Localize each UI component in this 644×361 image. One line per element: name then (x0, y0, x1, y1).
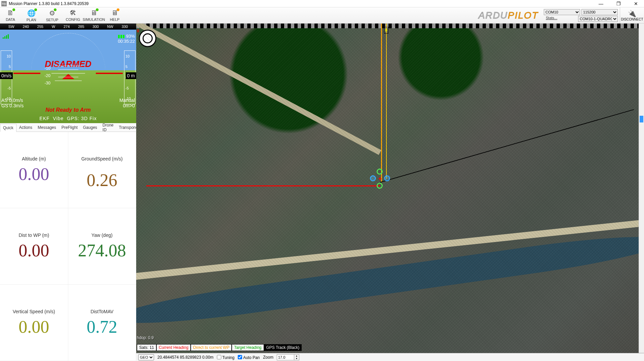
left-pane: SW240255W274285300NW330 1050-5-10 1050-5… (0, 24, 136, 361)
quick-panel: Altitude (m)0.00 GroundSpeed (m/s)0.26 D… (0, 132, 136, 361)
zoom-spinner[interactable]: ▲▼ (277, 354, 299, 360)
quick-vspeed[interactable]: Vertical Speed (m/s)0.00 (0, 285, 68, 361)
map-road2 (136, 24, 381, 155)
current-heading-line (146, 185, 380, 186)
maximize-button[interactable]: ❐ (612, 1, 625, 6)
drone-icon[interactable]: + (372, 171, 388, 187)
coord-readout: 20.4844574 85.8289823 0.00m (157, 355, 214, 360)
tuning-checkbox-label[interactable]: Tuning (217, 355, 234, 360)
legend-current-heading: Current Heading (156, 344, 191, 351)
globe-icon: 🌐 (27, 9, 36, 17)
legend-gps-track: GPS Track (Black) (264, 344, 302, 351)
hud-status-row: EKF Vibe GPS: 3D Fix (0, 116, 136, 121)
baud-rate-select[interactable]: 115200 (581, 9, 618, 15)
quick-groundspeed[interactable]: GroundSpeed (m/s)0.26 (68, 132, 137, 208)
map-footer-bar: GEO 20.4844574 85.8289823 0.00m Tuning A… (136, 353, 644, 361)
vehicle-select[interactable]: COM10-1-QUADROTOR (578, 16, 618, 22)
map-status-zero: 0 (137, 29, 139, 33)
quick-dist-wp[interactable]: Dist to WP (m)0.00 (0, 208, 68, 285)
zoom-input[interactable] (277, 355, 294, 360)
legend-target-heading: Target Heading (232, 344, 264, 351)
minimize-button[interactable]: — (594, 1, 608, 6)
pitch-ladder: -10 -20 -30 (35, 63, 102, 84)
plug-icon: 🔌 (628, 9, 636, 17)
data-icon: 🗎 (7, 9, 14, 17)
hud-battery: ▮▮▮ 93%00:35:22 (118, 34, 135, 44)
simulation-tab-button[interactable]: 🖥SIMULATION (83, 7, 104, 24)
arm-status-text: Not Ready to Arm (0, 107, 136, 113)
direct-wp-line (381, 24, 382, 182)
com-port-select[interactable]: COM10 (544, 9, 580, 15)
quick-distmav[interactable]: DistToMAV0.72 (68, 285, 137, 361)
disconnect-button[interactable]: 🔌 DISCONNECT (620, 7, 644, 24)
gps-track-line (380, 109, 634, 183)
stats-link[interactable]: Stats... (546, 16, 557, 22)
map-road (136, 217, 644, 282)
setup-tab-button[interactable]: ⚙SETUP (42, 7, 63, 24)
ardupilot-logo: ARDUPILOT (479, 10, 538, 21)
tab-gauges[interactable]: Gauges (80, 124, 100, 131)
tab-preflight[interactable]: PreFlight (59, 124, 80, 131)
info-tabs: Quick Actions Messages PreFlight Gauges … (0, 123, 136, 132)
direct-wp-line-2 (386, 24, 387, 179)
compass-strip: SW240255W274285300NW330 (0, 24, 136, 30)
north-indicator-icon (139, 30, 156, 47)
legend-direct-wp: Direct to current WP (191, 344, 232, 351)
quick-yaw[interactable]: Yaw (deg)274.08 (68, 208, 137, 285)
tab-quick[interactable]: Quick (0, 124, 16, 132)
quick-altitude[interactable]: Altitude (m)0.00 (0, 132, 68, 208)
map-pane: 0 0 + hdop: 0.9 Sats: 11 Current Heading… (136, 24, 644, 361)
hud-display[interactable]: SW240255W274285300NW330 1050-5-10 1050-5… (0, 24, 136, 123)
legend-sats: Sats: 11 (137, 344, 156, 351)
map-zoom-scrollbar[interactable] (639, 24, 644, 353)
monitor-icon: 🖥 (90, 9, 97, 17)
help-tab-button[interactable]: 🖥HELP (104, 7, 125, 24)
window-title: Mission Planner 1.3.80 build 1.3.8479.20… (9, 1, 594, 6)
coord-system-select[interactable]: GEO (138, 354, 154, 360)
title-bar: Mp Mission Planner 1.3.80 build 1.3.8479… (0, 0, 644, 7)
tab-messages[interactable]: Messages (35, 124, 59, 131)
zoom-label: Zoom (263, 355, 273, 360)
zoom-down-button[interactable]: ▼ (294, 357, 299, 360)
ekf-button[interactable]: EKF (39, 116, 49, 121)
close-button[interactable]: ✕ (629, 1, 643, 6)
map-scale-ruler (136, 24, 644, 28)
autopan-checkbox[interactable] (238, 355, 242, 359)
main-toolbar: 🗎DATA 🌐PLAN ⚙SETUP 🛠CONFIG 🖥SIMULATION 🖥… (0, 7, 644, 24)
app-icon: Mp (1, 1, 7, 6)
tuning-checkbox[interactable] (217, 355, 221, 359)
gps-status[interactable]: GPS: 3D Fix (67, 116, 97, 121)
vibe-button[interactable]: Vibe (53, 116, 64, 121)
tab-actions[interactable]: Actions (16, 124, 35, 131)
config-tab-button[interactable]: 🛠CONFIG (63, 7, 83, 24)
help-icon: 🖥 (111, 9, 118, 17)
signal-icon (3, 34, 9, 39)
plan-tab-button[interactable]: 🌐PLAN (21, 7, 42, 24)
autopan-checkbox-label[interactable]: Auto Pan (238, 355, 260, 360)
map-legend: Sats: 11 Current Heading Direct to curre… (137, 344, 302, 351)
map-river (136, 228, 644, 332)
zoom-up-button[interactable]: ▲ (294, 355, 299, 357)
gears-icon: ⚙ (49, 9, 55, 17)
data-tab-button[interactable]: 🗎DATA (0, 7, 21, 24)
waypoint-label: 0 (384, 27, 388, 34)
wrench-icon: 🛠 (70, 9, 76, 17)
hdop-label: hdop: 0.9 (137, 335, 154, 340)
map-view[interactable]: 0 0 + hdop: 0.9 Sats: 11 Current Heading… (136, 24, 644, 361)
